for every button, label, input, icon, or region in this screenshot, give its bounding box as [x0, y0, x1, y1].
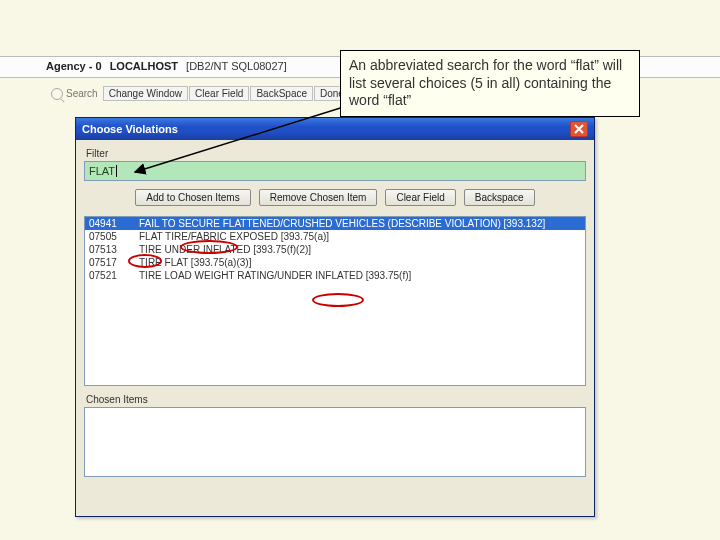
row-desc: TIRE FLAT [393.75(a)(3)] [139, 257, 251, 268]
row-desc: TIRE UNDER INFLATED [393.75(f)(2)] [139, 244, 311, 255]
list-item[interactable]: 07517TIRE FLAT [393.75(a)(3)] [85, 256, 585, 269]
row-code: 07521 [89, 270, 129, 281]
backspace-button[interactable]: Backspace [464, 189, 535, 206]
dialog-button-row: Add to Chosen Items Remove Chosen Item C… [84, 189, 586, 206]
bg-titlebar: Agency - 0 LOCALHOST [DB2/NT SQL08027] [46, 60, 287, 72]
close-icon[interactable] [570, 121, 588, 137]
text-cursor [116, 165, 117, 177]
list-item[interactable]: 04941FAIL TO SECURE FLATTENED/CRUSHED VE… [85, 217, 585, 230]
bg-agency: Agency - 0 [46, 60, 102, 72]
row-code: 07517 [89, 257, 129, 268]
chosen-items-label: Chosen Items [86, 394, 586, 405]
filter-label: Filter [86, 148, 586, 159]
search-icon [51, 88, 63, 100]
results-listbox[interactable]: 04941FAIL TO SECURE FLATTENED/CRUSHED VE… [84, 216, 586, 386]
filter-value: FLAT [89, 165, 115, 177]
annotation-callout: An abbreviated search for the word “flat… [340, 50, 640, 117]
row-code: 07513 [89, 244, 129, 255]
clear-field-button[interactable]: Clear Field [385, 189, 455, 206]
choose-violations-dialog: Choose Violations Filter FLAT Add to Cho… [75, 117, 595, 517]
toolbar-search[interactable]: Search [46, 87, 103, 101]
remove-chosen-button[interactable]: Remove Chosen Item [259, 189, 378, 206]
row-code: 04941 [89, 218, 129, 229]
add-to-chosen-button[interactable]: Add to Chosen Items [135, 189, 250, 206]
toolbar-search-label: Search [66, 88, 98, 99]
bg-host: LOCALHOST [110, 60, 178, 72]
chosen-items-listbox[interactable] [84, 407, 586, 477]
row-desc: FLAT TIRE/FABRIC EXPOSED [393.75(a)] [139, 231, 329, 242]
list-item[interactable]: 07521TIRE LOAD WEIGHT RATING/UNDER INFLA… [85, 269, 585, 282]
dialog-title: Choose Violations [82, 123, 178, 135]
list-item[interactable]: 07513TIRE UNDER INFLATED [393.75(f)(2)] [85, 243, 585, 256]
toolbar-backspace[interactable]: BackSpace [250, 86, 313, 101]
toolbar-clear-field[interactable]: Clear Field [189, 86, 249, 101]
row-desc: TIRE LOAD WEIGHT RATING/UNDER INFLATED [… [139, 270, 411, 281]
toolbar-change-window[interactable]: Change Window [103, 86, 188, 101]
dialog-body: Filter FLAT Add to Chosen Items Remove C… [76, 140, 594, 485]
list-item[interactable]: 07505FLAT TIRE/FABRIC EXPOSED [393.75(a)… [85, 230, 585, 243]
bg-db: [DB2/NT SQL08027] [186, 60, 287, 72]
row-desc: FAIL TO SECURE FLATTENED/CRUSHED VEHICLE… [139, 218, 545, 229]
dialog-titlebar: Choose Violations [76, 118, 594, 140]
row-code: 07505 [89, 231, 129, 242]
filter-input[interactable]: FLAT [84, 161, 586, 181]
